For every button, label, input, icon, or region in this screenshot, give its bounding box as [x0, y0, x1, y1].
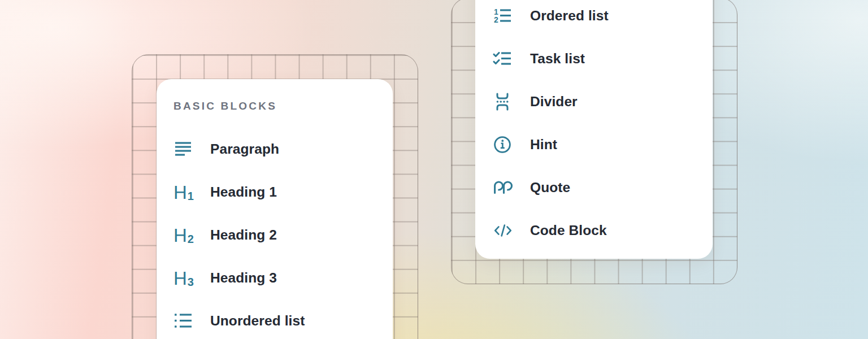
section-label-basic-blocks: BASIC BLOCKS [173, 99, 376, 113]
gradient-background: BASIC BLOCKS Paragraph [0, 0, 868, 339]
menu-item-code-block[interactable]: Code Block [493, 209, 695, 252]
basic-blocks-item-list: Paragraph H 1 Heading 1 H 2 [173, 128, 376, 339]
menu-item-quote[interactable]: Quote [493, 166, 695, 209]
menu-item-heading-3[interactable]: H 3 Heading 3 [173, 257, 376, 299]
menu-item-hint[interactable]: Hint [493, 123, 695, 166]
menu-item-task-list[interactable]: Task list [493, 37, 695, 80]
menu-item-unordered-list[interactable]: Unordered list [173, 299, 376, 339]
menu-item-label: Divider [530, 94, 578, 110]
blocks-item-list: 1 2 Ordered list [493, 0, 695, 252]
unordered-list-icon [173, 310, 194, 332]
menu-item-label: Paragraph [210, 141, 279, 157]
menu-item-label: Heading 1 [210, 184, 277, 200]
svg-text:2: 2 [494, 15, 498, 24]
menu-item-divider[interactable]: Divider [493, 80, 695, 123]
heading-1-icon: H 1 [173, 181, 194, 203]
code-block-icon [493, 220, 513, 241]
menu-item-heading-1[interactable]: H 1 Heading 1 [173, 171, 376, 214]
menu-item-label: Heading 3 [210, 270, 277, 286]
menu-item-label: Heading 2 [210, 227, 277, 243]
menu-item-label: Quote [530, 180, 570, 195]
menu-item-paragraph[interactable]: Paragraph [173, 128, 376, 171]
menu-item-heading-2[interactable]: H 2 Heading 2 [173, 214, 376, 257]
quote-icon [493, 177, 513, 198]
menu-item-ordered-list[interactable]: 1 2 Ordered list [493, 0, 695, 37]
menu-item-label: Code Block [530, 223, 607, 238]
heading-3-icon: H 3 [173, 267, 194, 289]
task-list-icon [493, 48, 513, 69]
blocks-menu-card-right: 1 2 Ordered list [475, 0, 713, 259]
heading-2-icon: H 2 [173, 224, 194, 246]
menu-item-label: Hint [530, 137, 557, 153]
hint-icon [493, 134, 513, 155]
ordered-list-icon: 1 2 [493, 5, 513, 27]
basic-blocks-menu-card: BASIC BLOCKS Paragraph [157, 79, 393, 339]
menu-item-label: Ordered list [530, 8, 609, 24]
menu-item-label: Task list [530, 51, 585, 67]
menu-item-label: Unordered list [210, 313, 305, 329]
divider-icon [493, 91, 513, 112]
paragraph-icon [173, 138, 194, 160]
